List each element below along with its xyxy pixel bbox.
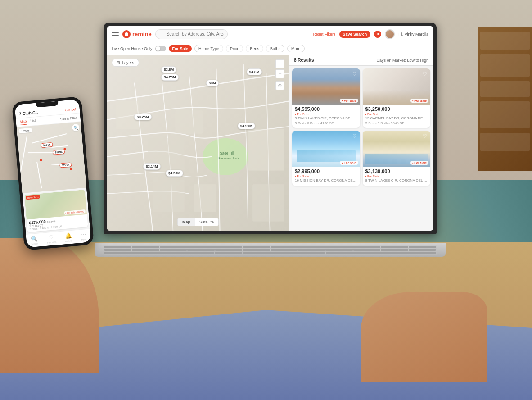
key <box>298 252 325 254</box>
price-filter[interactable]: Price <box>226 45 243 52</box>
map-price-tag-7[interactable]: $4.59M <box>166 170 183 177</box>
favorite-icon-1[interactable]: ♡ <box>351 70 358 77</box>
property-card-1[interactable]: ♡ • For Sale $4,595,000 • For Sale 3 TWI… <box>292 68 360 128</box>
key <box>243 249 270 251</box>
key <box>132 246 159 248</box>
key <box>325 246 352 248</box>
toggle-switch[interactable] <box>155 46 166 51</box>
key <box>159 252 187 254</box>
hamburger-menu[interactable] <box>112 32 119 36</box>
for-sale-filter[interactable]: For Sale <box>169 45 192 52</box>
notification-badge[interactable]: 0 <box>374 31 381 38</box>
key <box>271 246 298 248</box>
for-sale-badge-1: • For Sale <box>340 99 358 103</box>
phone-listing-card[interactable]: Open Sat... • For Sale · 40,000 $175,000… <box>24 190 88 232</box>
key <box>353 246 380 248</box>
property-card-4[interactable]: ♡ • For Sale $3,139,000 • For Sale 8 TWI… <box>363 131 431 186</box>
property-tag-2: • For Sale <box>365 113 428 116</box>
search-wrapper: 🔍 <box>155 29 309 39</box>
sort-label[interactable]: Days on Market: Low to High <box>376 58 428 63</box>
laptop-screen: remine 🔍 Reset Filters Save Search 0 Hi,… <box>107 26 433 231</box>
location-btn[interactable]: ◎ <box>275 81 284 90</box>
key <box>270 252 298 254</box>
map-price-tag-3[interactable]: $4.8M <box>247 68 262 75</box>
key <box>271 249 298 251</box>
phone-nav-search[interactable]: 🔍 Search <box>31 235 39 245</box>
property-address-3: 16 MISSION BAY DR, CORONA DEL MAR C... <box>295 178 357 182</box>
map-price-tag-4[interactable]: $3.25M <box>134 114 152 120</box>
results-header: 8 Results Days on Market: Low to High <box>289 55 433 66</box>
favorite-icon-4[interactable]: ♡ <box>421 132 428 140</box>
phone-sort-filter[interactable]: Sort & Filter <box>60 116 77 120</box>
key <box>215 246 242 248</box>
phone-nav-bell-icon: 🔔 <box>65 232 72 239</box>
key <box>132 249 159 251</box>
zoom-in-btn[interactable]: + <box>275 59 284 68</box>
property-info-4: $3,139,000 • For Sale 8 TWIN LAKES CIR, … <box>363 167 431 186</box>
save-search-btn[interactable]: Save Search <box>339 31 371 38</box>
property-card-3[interactable]: ♡ • For Sale $2,995,000 • For Sale 16 MI… <box>292 131 360 186</box>
favorite-icon-2[interactable]: ♡ <box>421 70 428 77</box>
property-details-2: 3 Beds 3 Baths 3048 SF <box>365 121 428 125</box>
home-type-filter[interactable]: Home Type <box>194 45 223 52</box>
key <box>215 249 242 251</box>
map-view-btn[interactable]: Map <box>178 218 195 226</box>
phone-cancel-btn[interactable]: Cancel <box>65 107 77 112</box>
bookshelf <box>478 27 532 171</box>
map-price-tag-1[interactable]: $3.8M <box>161 66 176 73</box>
property-price-4: $3,139,000 <box>365 168 428 174</box>
reset-filters-btn[interactable]: Reset Filters <box>313 32 336 36</box>
satellite-view-btn[interactable]: Satellite <box>195 218 218 226</box>
property-info-3: $2,995,000 • For Sale 16 MISSION BAY DR,… <box>292 167 360 186</box>
phone-map[interactable]: $175k $189k $200k Layers 🔍 <box>17 122 86 193</box>
for-sale-badge-3: • For Sale <box>340 161 358 165</box>
property-card-2[interactable]: ♡ • For Sale $3,250,000 • For Sale 15 CA… <box>363 68 431 128</box>
search-input[interactable] <box>155 29 228 39</box>
svg-rect-7 <box>194 184 216 212</box>
key-shift <box>104 252 159 254</box>
baths-filter[interactable]: Baths <box>266 45 284 52</box>
phone-tab-map[interactable]: Map <box>19 119 27 125</box>
keyboard-row-2 <box>104 249 436 251</box>
phone-tab-list[interactable]: List <box>30 118 36 124</box>
map-price-tag-5[interactable]: $4.99M <box>238 123 255 129</box>
key <box>243 246 270 248</box>
laptop-base <box>95 243 446 257</box>
beds-filter[interactable]: Beds <box>246 45 263 52</box>
more-filter[interactable]: More <box>287 45 305 52</box>
key <box>381 249 408 251</box>
phone-listing-image: Open Sat... • For Sale · 40,000 <box>24 190 87 220</box>
user-avatar <box>385 29 395 39</box>
map-price-tag-2[interactable]: $3M <box>206 80 219 86</box>
favorite-icon-3[interactable]: ♡ <box>351 132 358 140</box>
mobile-phone: 7 Club Ct. Cancel Map List Sort & Filter <box>12 96 94 250</box>
header-right: Reset Filters Save Search 0 Hi, Vinky Ma… <box>313 29 428 39</box>
property-tag-1: • For Sale <box>295 113 357 116</box>
key <box>298 249 325 251</box>
phone-nav-favorites[interactable]: ♡ Favorites <box>46 234 56 244</box>
key <box>160 249 187 251</box>
phone-nav-more[interactable]: ⋯ More <box>81 231 87 241</box>
map-area[interactable]: Sage Hill Reservoir Park <box>107 55 289 231</box>
results-count: 8 Results <box>294 58 314 63</box>
key <box>215 252 242 254</box>
property-price-3: $2,995,000 <box>295 168 357 174</box>
zoom-out-btn[interactable]: − <box>275 69 284 78</box>
svg-rect-6 <box>153 180 185 212</box>
layers-btn[interactable]: ⊞ Layers <box>112 59 139 67</box>
remine-app: remine 🔍 Reset Filters Save Search 0 Hi,… <box>107 26 433 231</box>
phone-nav-heart-icon: ♡ <box>49 234 54 241</box>
property-info-2: $3,250,000 • For Sale 15 CARMEL BAY DR, … <box>363 105 431 128</box>
map-price-tag-6[interactable]: $3.14M <box>143 163 161 170</box>
key <box>187 249 214 251</box>
property-image-1: ♡ • For Sale <box>292 68 360 105</box>
svg-text:Sage Hill: Sage Hill <box>220 151 234 155</box>
property-image-3: ♡ • For Sale <box>292 131 360 167</box>
map-roads-svg: Sage Hill Reservoir Park <box>107 55 289 231</box>
property-grid: ♡ • For Sale $4,595,000 • For Sale 3 TWI… <box>289 66 433 189</box>
keyboard-row-3 <box>104 252 436 254</box>
map-price-tag-1b[interactable]: $4.75M <box>161 74 179 81</box>
phone-nav-activity[interactable]: 🔔 Activity <box>64 232 72 242</box>
key <box>243 252 270 254</box>
phone-property-photo <box>24 190 87 220</box>
